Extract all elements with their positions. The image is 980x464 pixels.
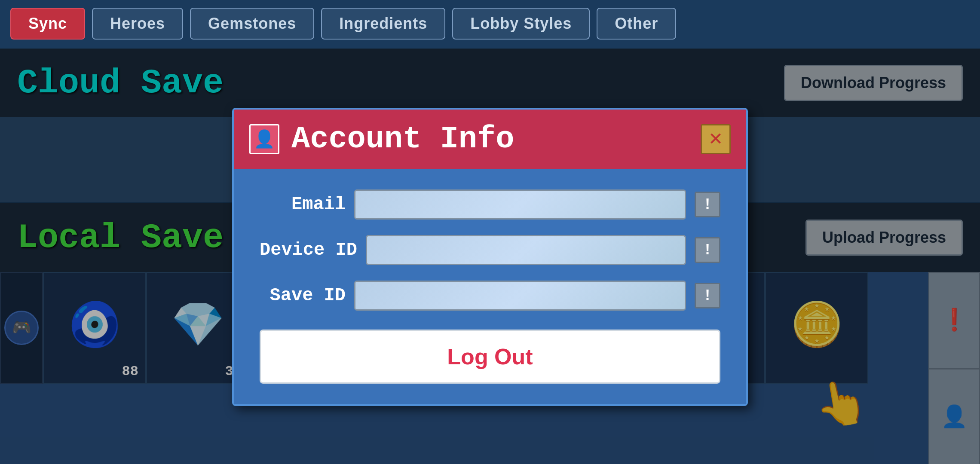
- device-id-info-button[interactable]: !: [695, 237, 720, 263]
- device-id-label: Device ID: [260, 240, 357, 260]
- modal-title: Account Info: [291, 122, 689, 157]
- email-label: Email: [260, 194, 346, 215]
- modal-overlay[interactable]: 👤 Account Info ✕ Email !: [0, 49, 980, 464]
- save-id-field[interactable]: [354, 281, 686, 311]
- modal-body: Email ! Device ID ! Save ID: [234, 169, 746, 404]
- modal-close-button[interactable]: ✕: [701, 124, 731, 154]
- email-row: Email !: [260, 189, 720, 220]
- info-icon-2: !: [703, 241, 712, 259]
- modal-header-icon: 👤: [249, 124, 279, 154]
- tab-ingredients[interactable]: Ingredients: [321, 8, 445, 40]
- email-field[interactable]: [354, 189, 686, 220]
- main-content: Cloud Save Download Progress Local Save …: [0, 49, 980, 464]
- save-id-label: Save ID: [260, 285, 346, 306]
- modal-header: 👤 Account Info ✕: [234, 110, 746, 169]
- device-id-row: Device ID !: [260, 235, 720, 265]
- save-id-info-button[interactable]: !: [695, 283, 720, 308]
- save-id-row: Save ID !: [260, 281, 720, 311]
- tab-sync[interactable]: Sync: [10, 8, 85, 40]
- close-x-icon: ✕: [709, 128, 722, 150]
- tab-heroes[interactable]: Heroes: [92, 8, 183, 40]
- tab-lobby-styles[interactable]: Lobby Styles: [452, 8, 590, 40]
- email-info-button[interactable]: !: [695, 192, 720, 217]
- device-id-field[interactable]: [366, 235, 686, 265]
- logout-button[interactable]: Log Out: [260, 330, 720, 384]
- info-icon: !: [703, 196, 712, 214]
- nav-bar: Sync Heroes Gemstones Ingredients Lobby …: [0, 0, 980, 49]
- info-icon-3: !: [703, 287, 712, 305]
- person-icon: 👤: [254, 129, 275, 150]
- account-info-modal: 👤 Account Info ✕ Email !: [232, 108, 748, 406]
- tab-gemstones[interactable]: Gemstones: [190, 8, 314, 40]
- tab-other[interactable]: Other: [597, 8, 676, 40]
